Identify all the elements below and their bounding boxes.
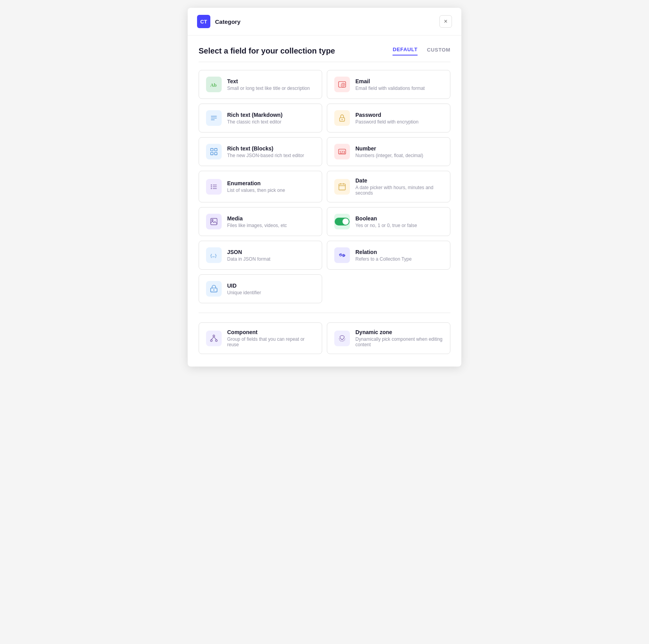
component-name: Component bbox=[227, 329, 315, 335]
uid-desc: Unique identifier bbox=[227, 290, 315, 295]
relation-name: Relation bbox=[355, 249, 443, 255]
ct-badge: CT bbox=[197, 15, 210, 28]
media-text: MediaFiles like images, videos, etc bbox=[227, 215, 315, 228]
enumeration-desc: List of values, then pick one bbox=[227, 188, 315, 193]
media-icon bbox=[206, 214, 222, 229]
password-icon bbox=[334, 110, 350, 126]
number-icon: 123 bbox=[334, 144, 350, 159]
svg-point-14 bbox=[211, 184, 212, 186]
dynamic-zone-icon bbox=[334, 331, 350, 346]
date-text: DateA date picker with hours, minutes an… bbox=[355, 177, 443, 196]
boolean-icon bbox=[334, 214, 350, 229]
tab-default[interactable]: DEFAULT bbox=[393, 47, 418, 55]
relation-text: RelationRefers to a Collection Type bbox=[355, 249, 443, 262]
field-card-rich-text-blocks[interactable]: Rich text (Blocks)The new JSON-based ric… bbox=[199, 137, 322, 166]
svg-point-16 bbox=[211, 186, 212, 187]
text-text: TextSmall or long text like title or des… bbox=[227, 78, 315, 91]
svg-point-29 bbox=[340, 254, 342, 256]
modal-header: CT Category × bbox=[188, 8, 461, 36]
rich-text-blocks-desc: The new JSON-based rich text editor bbox=[227, 153, 315, 158]
email-text: EmailEmail field with validations format bbox=[355, 78, 443, 91]
boolean-name: Boolean bbox=[355, 215, 443, 222]
uid-text: UIDUnique identifier bbox=[227, 283, 315, 295]
field-card-dynamic-zone[interactable]: Dynamic zoneDynamically pick component w… bbox=[327, 322, 450, 354]
email-desc: Email field with validations format bbox=[355, 86, 443, 91]
number-desc: Numbers (integer, float, decimal) bbox=[355, 153, 443, 158]
date-icon bbox=[334, 179, 350, 195]
header-divider bbox=[199, 62, 450, 62]
component-text: ComponentGroup of fields that you can re… bbox=[227, 329, 315, 347]
svg-line-36 bbox=[212, 336, 214, 339]
svg-rect-11 bbox=[215, 152, 217, 155]
svg-text:Ab: Ab bbox=[210, 82, 217, 88]
rich-text-md-text: Rich text (Markdown)The classic rich tex… bbox=[227, 112, 315, 125]
date-name: Date bbox=[355, 177, 443, 184]
page-heading: Select a field for your collection type bbox=[199, 47, 335, 55]
svg-point-7 bbox=[342, 119, 343, 120]
boolean-text: BooleanYes or no, 1 or 0, true or false bbox=[355, 215, 443, 228]
field-card-json[interactable]: {…}JSONData in JSON format bbox=[199, 241, 322, 270]
enumeration-name: Enumeration bbox=[227, 180, 315, 186]
rich-text-md-icon bbox=[206, 110, 222, 126]
rich-text-blocks-name: Rich text (Blocks) bbox=[227, 145, 315, 152]
field-card-component[interactable]: ComponentGroup of fields that you can re… bbox=[199, 322, 322, 354]
media-name: Media bbox=[227, 215, 315, 222]
field-card-rich-text-md[interactable]: Rich text (Markdown)The classic rich tex… bbox=[199, 104, 322, 132]
component-icon bbox=[206, 331, 222, 346]
modal-title: Category bbox=[215, 18, 439, 25]
field-selector-modal: CT Category × Select a field for your co… bbox=[188, 8, 461, 367]
field-card-boolean[interactable]: BooleanYes or no, 1 or 0, true or false bbox=[327, 207, 450, 236]
svg-point-18 bbox=[211, 188, 212, 189]
password-name: Password bbox=[355, 112, 443, 118]
password-text: PasswordPassword field with encryption bbox=[355, 112, 443, 125]
svg-point-34 bbox=[210, 340, 212, 342]
modal-body: Select a field for your collection type … bbox=[188, 36, 461, 367]
svg-rect-20 bbox=[339, 184, 346, 190]
password-desc: Password field with encryption bbox=[355, 119, 443, 125]
rich-text-md-name: Rich text (Markdown) bbox=[227, 112, 315, 118]
special-fields-grid: ComponentGroup of fields that you can re… bbox=[199, 322, 450, 354]
field-card-enumeration[interactable]: EnumerationList of values, then pick one bbox=[199, 171, 322, 202]
svg-line-37 bbox=[214, 336, 216, 339]
number-name: Number bbox=[355, 145, 443, 152]
rich-text-md-desc: The classic rich text editor bbox=[227, 119, 315, 125]
field-card-date[interactable]: DateA date picker with hours, minutes an… bbox=[327, 171, 450, 202]
fields-grid: AbTextSmall or long text like title or d… bbox=[199, 70, 450, 303]
enumeration-icon bbox=[206, 179, 222, 195]
section-divider bbox=[199, 313, 450, 313]
field-card-relation[interactable]: RelationRefers to a Collection Type bbox=[327, 241, 450, 270]
json-name: JSON bbox=[227, 249, 315, 255]
svg-point-33 bbox=[213, 335, 215, 337]
json-text: JSONData in JSON format bbox=[227, 249, 315, 262]
email-name: Email bbox=[355, 78, 443, 84]
field-card-password[interactable]: PasswordPassword field with encryption bbox=[327, 104, 450, 132]
json-icon: {…} bbox=[206, 247, 222, 263]
rich-text-blocks-text: Rich text (Blocks)The new JSON-based ric… bbox=[227, 145, 315, 158]
relation-icon bbox=[334, 247, 350, 263]
svg-point-27 bbox=[342, 218, 349, 225]
close-button[interactable]: × bbox=[439, 15, 452, 28]
field-card-number[interactable]: 123NumberNumbers (integer, float, decima… bbox=[327, 137, 450, 166]
field-card-media[interactable]: MediaFiles like images, videos, etc bbox=[199, 207, 322, 236]
svg-rect-8 bbox=[211, 148, 213, 151]
boolean-desc: Yes or no, 1 or 0, true or false bbox=[355, 223, 443, 228]
json-desc: Data in JSON format bbox=[227, 256, 315, 262]
date-desc: A date picker with hours, minutes and se… bbox=[355, 185, 443, 196]
field-card-text[interactable]: AbTextSmall or long text like title or d… bbox=[199, 70, 322, 99]
field-card-email[interactable]: @EmailEmail field with validations forma… bbox=[327, 70, 450, 99]
uid-name: UID bbox=[227, 283, 315, 289]
svg-rect-9 bbox=[215, 148, 217, 151]
email-icon: @ bbox=[334, 77, 350, 92]
relation-desc: Refers to a Collection Type bbox=[355, 256, 443, 262]
text-name: Text bbox=[227, 78, 315, 84]
svg-text:@: @ bbox=[341, 82, 345, 88]
tab-custom[interactable]: CUSTOM bbox=[427, 47, 450, 55]
tabs-container: DEFAULT CUSTOM bbox=[393, 47, 450, 55]
media-desc: Files like images, videos, etc bbox=[227, 223, 315, 228]
text-icon: Ab bbox=[206, 77, 222, 92]
field-card-uid[interactable]: UIDUnique identifier bbox=[199, 274, 322, 303]
section-header: Select a field for your collection type … bbox=[199, 47, 450, 55]
svg-text:123: 123 bbox=[339, 150, 345, 154]
svg-text:{…}: {…} bbox=[210, 254, 217, 258]
svg-point-35 bbox=[215, 340, 217, 342]
